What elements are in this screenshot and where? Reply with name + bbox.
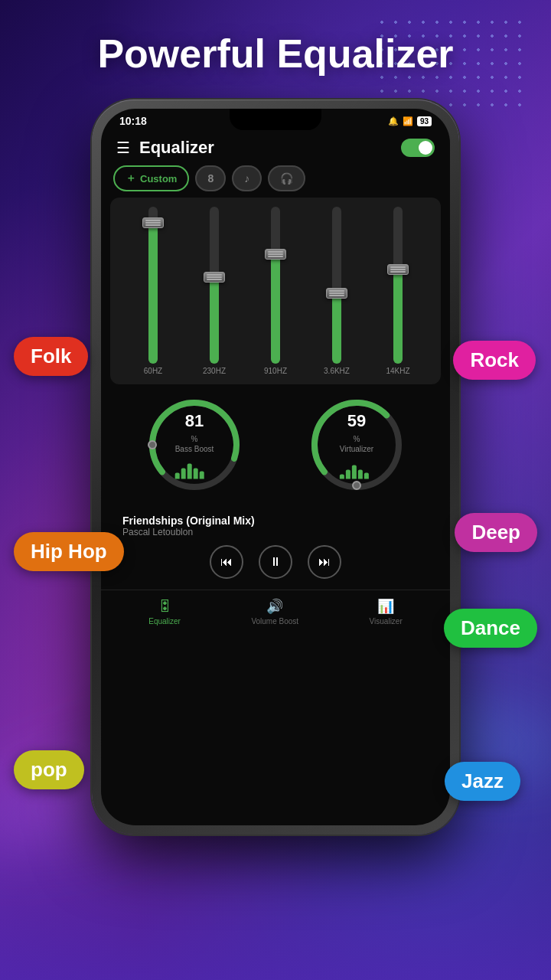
pause-button[interactable]: ⏸ <box>259 545 292 579</box>
virtualizer-center: 59 % Virtualizer <box>340 411 373 479</box>
bass-boost-ring: 81 % Bass Boost <box>145 395 244 495</box>
eq-label-60hz: 60HZ <box>144 367 162 375</box>
nav-equalizer-label: Equalizer <box>148 617 181 626</box>
badge-pop[interactable]: pop <box>14 750 84 789</box>
slider-track-60hz <box>148 207 158 364</box>
slider-track-3-6khz <box>332 207 341 364</box>
eq-band-14khz[interactable]: 14KHZ <box>375 207 421 375</box>
slider-handle-230hz[interactable] <box>204 272 225 283</box>
notification-icon: 🔔 <box>388 116 399 126</box>
eq-toggle[interactable] <box>401 139 435 157</box>
prev-button[interactable]: ⏮ <box>210 545 243 579</box>
wifi-icon: 📶 <box>403 116 413 126</box>
page-title: Powerful Equalizer <box>0 31 551 77</box>
bass-boost-label: Bass Boost <box>175 445 214 453</box>
phone-mockup: 10:18 🔔 📶 93 ☰ Equalizer ＋ Custom <box>92 100 459 835</box>
slider-track-14khz <box>393 207 403 364</box>
slider-fill-230hz <box>210 277 219 364</box>
slider-fill-60hz <box>148 223 158 364</box>
status-time: 10:18 <box>119 115 147 127</box>
slider-track-230hz <box>210 207 219 364</box>
next-button[interactable]: ⏭ <box>308 545 341 579</box>
tab-preset2[interactable]: 8 <box>195 165 226 191</box>
tab-preset3[interactable]: ♪ <box>232 165 262 191</box>
eq-section: 60HZ 230HZ <box>110 198 441 384</box>
eq-band-3-6khz[interactable]: 3.6KHZ <box>314 207 360 375</box>
headphone-icon: 🎧 <box>280 172 293 185</box>
virt-dot <box>352 481 361 490</box>
tab-custom[interactable]: ＋ Custom <box>113 165 189 191</box>
phone-notch <box>230 109 321 130</box>
virtualizer-label: Virtualizer <box>340 445 373 453</box>
bottom-nav: 🎛 Equalizer 🔊 Volume Boost 📊 Visualizer <box>101 590 450 638</box>
tab-preset4[interactable]: 🎧 <box>268 165 305 191</box>
player-controls: ⏮ ⏸ ⏭ <box>122 545 429 579</box>
badge-hiphop[interactable]: Hip Hop <box>14 532 124 571</box>
badge-rock[interactable]: Rock <box>453 341 536 380</box>
preset2-icon: 8 <box>207 172 214 185</box>
nav-volume[interactable]: 🔊 Volume Boost <box>251 598 298 626</box>
player-section: Friendships (Original Mix) Pascal Letoub… <box>110 507 441 586</box>
equalizer-nav-icon: 🎛 <box>158 599 171 615</box>
status-icons: 🔔 📶 93 <box>388 116 432 126</box>
eq-label-3-6khz: 3.6KHZ <box>324 367 350 375</box>
virtualizer-value: 59 <box>340 411 373 431</box>
slider-fill-3-6khz <box>332 293 341 364</box>
nav-equalizer[interactable]: 🎛 Equalizer <box>148 599 181 626</box>
slider-handle-60hz[interactable] <box>142 217 164 228</box>
screen-title: Equalizer <box>139 138 401 158</box>
bass-dot <box>148 440 157 449</box>
virtualizer-ring: 59 % Virtualizer <box>307 395 406 495</box>
harp-icon: ♪ <box>244 172 249 185</box>
song-artist: Pascal Letoublon <box>122 527 429 537</box>
eq-band-230hz[interactable]: 230HZ <box>191 207 237 375</box>
eq-band-910hz[interactable]: 910HZ <box>253 207 298 375</box>
menu-icon[interactable]: ☰ <box>116 140 130 155</box>
visualizer-nav-icon: 📊 <box>377 598 394 615</box>
knobs-row: 81 % Bass Boost <box>101 389 450 501</box>
slider-track-910hz <box>271 207 280 364</box>
volume-nav-icon: 🔊 <box>266 598 283 615</box>
song-title: Friendships (Original Mix) <box>122 514 429 527</box>
bass-boost-knob[interactable]: 81 % Bass Boost <box>141 395 248 495</box>
badge-folk[interactable]: Folk <box>14 337 88 376</box>
slider-handle-910hz[interactable] <box>265 249 286 260</box>
plus-icon: ＋ <box>126 172 136 185</box>
nav-volume-label: Volume Boost <box>251 617 298 626</box>
slider-fill-910hz <box>271 254 280 364</box>
bass-boost-value: 81 <box>175 411 214 431</box>
phone-screen: 10:18 🔔 📶 93 ☰ Equalizer ＋ Custom <box>101 109 450 825</box>
eq-band-60hz[interactable]: 60HZ <box>130 207 176 375</box>
slider-fill-14khz <box>393 270 403 364</box>
eq-label-14khz: 14KHZ <box>386 367 409 375</box>
bass-boost-center: 81 % Bass Boost <box>175 411 214 479</box>
badge-jazz[interactable]: Jazz <box>445 762 520 801</box>
eq-label-910hz: 910HZ <box>264 367 287 375</box>
eq-sliders: 60HZ 230HZ <box>116 207 435 375</box>
preset-tabs: ＋ Custom 8 ♪ 🎧 <box>101 165 450 191</box>
badge-deep[interactable]: Deep <box>455 513 537 552</box>
eq-label-230hz: 230HZ <box>203 367 226 375</box>
virtualizer-knob[interactable]: 59 % Virtualizer <box>303 395 410 495</box>
nav-visualizer[interactable]: 📊 Visualizer <box>370 598 403 626</box>
virt-mini-bars <box>340 456 373 479</box>
battery-level: 93 <box>417 116 432 126</box>
bass-mini-bars <box>175 456 214 479</box>
tab-custom-label: Custom <box>140 173 177 185</box>
top-bar: ☰ Equalizer <box>101 130 450 165</box>
phone-outer: 10:18 🔔 📶 93 ☰ Equalizer ＋ Custom <box>92 100 459 835</box>
song-info: Friendships (Original Mix) Pascal Letoub… <box>122 514 429 537</box>
slider-handle-3-6khz[interactable] <box>326 288 347 299</box>
nav-visualizer-label: Visualizer <box>370 617 403 626</box>
badge-dance[interactable]: Dance <box>444 609 537 648</box>
slider-handle-14khz[interactable] <box>387 264 409 275</box>
